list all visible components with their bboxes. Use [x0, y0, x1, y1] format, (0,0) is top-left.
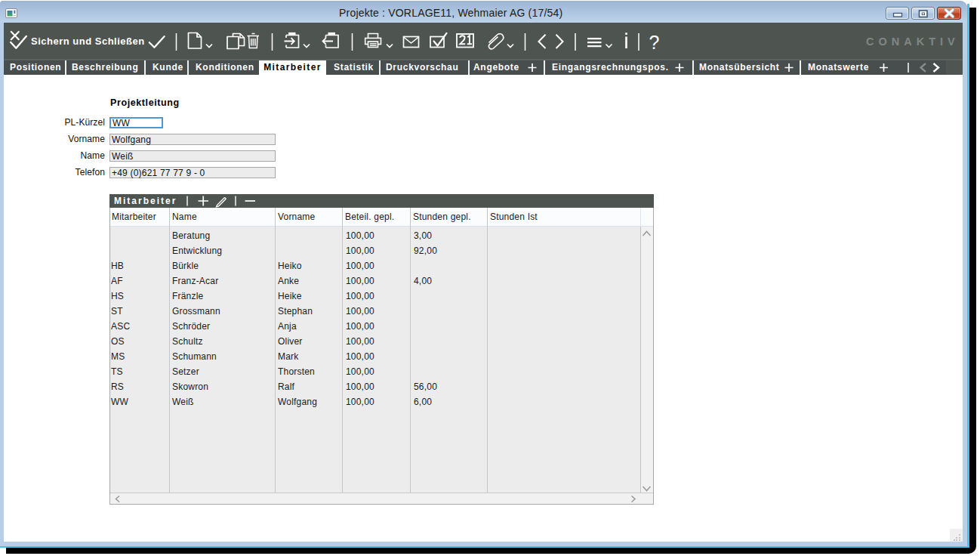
svg-text:?: ?: [649, 32, 660, 53]
